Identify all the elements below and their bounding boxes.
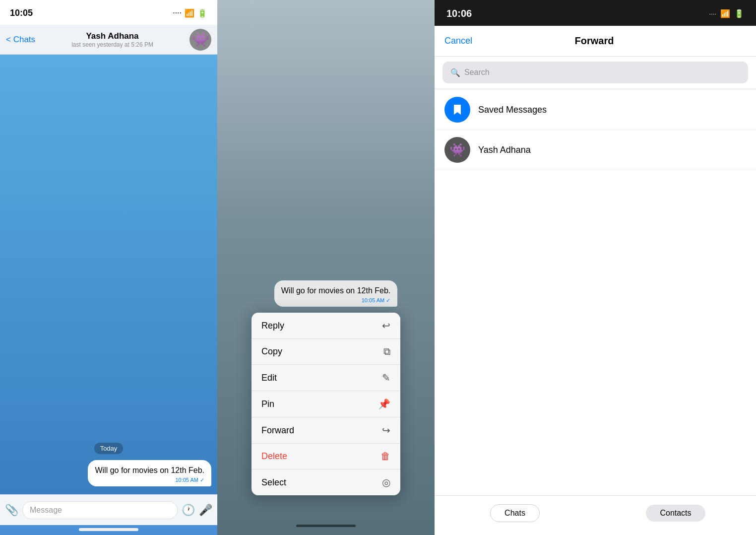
status-icons: ···· 📶 🔋 [173, 8, 207, 18]
tab-contacts[interactable]: Contacts [595, 503, 756, 523]
voice-icon[interactable]: 🎤 [199, 504, 212, 517]
avatar-image: 👾 [192, 31, 209, 48]
back-button[interactable]: < Chats [6, 35, 35, 45]
preview-meta: 10:05 AM ✓ [281, 297, 391, 304]
wifi-icon: 📶 [185, 8, 194, 18]
reply-icon: ↩ [382, 320, 390, 332]
preview-time: 10:05 AM [362, 297, 384, 303]
context-edit[interactable]: Edit ✎ [252, 365, 400, 391]
message-meta: 10:05 AM ✓ [95, 477, 204, 483]
chat-area: Today Will go for movies on 12th Feb. 10… [0, 55, 217, 494]
message-input[interactable]: Message [22, 501, 178, 519]
message-preview: Will go for movies on 12th Feb. 10:05 AM… [274, 280, 398, 307]
context-select[interactable]: Select ◎ [252, 469, 400, 495]
forward-signal-icon: ···· [709, 10, 716, 17]
search-placeholder: Search [464, 68, 490, 77]
context-reply[interactable]: Reply ↩ [252, 313, 400, 339]
pin-label: Pin [261, 399, 274, 409]
home-indicator [79, 528, 138, 531]
saved-messages-name: Saved Messages [478, 105, 547, 115]
select-label: Select [261, 477, 286, 488]
signal-icon: ···· [173, 8, 182, 17]
forward-status-icons: ···· 📶 🔋 [709, 9, 744, 18]
context-overlay: Will go for movies on 12th Feb. 10:05 AM… [217, 0, 435, 535]
yash-adhana-name: Yash Adhana [478, 145, 531, 155]
delete-label: Delete [261, 451, 287, 462]
delete-icon: 🗑 [380, 451, 390, 462]
forward-icon: ↪ [382, 424, 390, 436]
forward-label: Forward [261, 425, 294, 436]
forward-status-time: 10:06 [446, 8, 472, 19]
yash-adhana-item[interactable]: 👾 Yash Adhana [435, 130, 756, 170]
forward-status-bar: 10:06 ···· 📶 🔋 [435, 0, 756, 26]
context-delete[interactable]: Delete 🗑 [252, 444, 400, 469]
pin-icon: 📌 [378, 398, 390, 410]
forward-panel: 10:06 ···· 📶 🔋 Cancel Forward 🔍 Search S… [435, 0, 756, 535]
input-bar: 📎 Message 🕐 🎤 [0, 494, 217, 525]
forward-contacts-list: Saved Messages 👾 Yash Adhana [435, 90, 756, 495]
cancel-button[interactable]: Cancel [444, 36, 472, 46]
status-bar: 10:05 ···· 📶 🔋 [0, 0, 217, 25]
attachment-icon[interactable]: 📎 [5, 504, 18, 517]
forward-search-bar: 🔍 Search [435, 57, 756, 89]
preview-checkmark: ✓ [386, 297, 390, 303]
date-badge: Today [94, 443, 124, 454]
search-icon: 🔍 [450, 68, 460, 77]
contact-status: last seen yesterday at 5:26 PM [35, 41, 189, 48]
message-bubble[interactable]: Will go for movies on 12th Feb. 10:05 AM… [88, 460, 211, 486]
status-time: 10:05 [10, 8, 33, 18]
sticker-icon[interactable]: 🕐 [182, 504, 195, 517]
contact-info: Yash Adhana last seen yesterday at 5:26 … [35, 31, 189, 48]
saved-messages-avatar [444, 97, 470, 123]
chat-panel: 10:05 ···· 📶 🔋 < Chats Yash Adhana last … [0, 0, 217, 535]
message-placeholder: Message [30, 506, 62, 514]
chat-nav-bar: < Chats Yash Adhana last seen yesterday … [0, 25, 217, 55]
tab-chats[interactable]: Chats [435, 503, 595, 523]
home-indicator-2 [296, 525, 356, 527]
edit-label: Edit [261, 373, 277, 383]
preview-text: Will go for movies on 12th Feb. [281, 285, 391, 296]
contacts-tab-button[interactable]: Contacts [646, 505, 705, 522]
search-field[interactable]: 🔍 Search [442, 62, 748, 83]
forward-wifi-icon: 📶 [720, 9, 730, 18]
bookmark-icon [450, 103, 464, 117]
context-forward[interactable]: Forward ↪ [252, 417, 400, 444]
message-time: 10:05 AM [175, 477, 198, 483]
edit-icon: ✎ [382, 372, 390, 384]
select-icon: ◎ [382, 476, 390, 488]
copy-icon: ⧉ [383, 346, 390, 357]
context-panel: Will go for movies on 12th Feb. 10:05 AM… [217, 0, 435, 535]
copy-label: Copy [261, 346, 282, 357]
yash-avatar-emoji: 👾 [449, 142, 465, 158]
message-checkmark: ✓ [200, 477, 204, 483]
chats-tab-button[interactable]: Chats [490, 504, 540, 522]
context-copy[interactable]: Copy ⧉ [252, 339, 400, 365]
message-text: Will go for movies on 12th Feb. [95, 465, 204, 476]
battery-icon: 🔋 [197, 8, 207, 18]
forward-title: Forward [575, 35, 614, 47]
forward-tab-bar: Chats Contacts [435, 495, 756, 535]
yash-adhana-avatar: 👾 [444, 137, 470, 163]
context-pin[interactable]: Pin 📌 [252, 391, 400, 417]
context-menu: Reply ↩ Copy ⧉ Edit ✎ Pin 📌 Forward ↪ De… [252, 313, 400, 495]
saved-messages-item[interactable]: Saved Messages [435, 90, 756, 130]
forward-nav-bar: Cancel Forward [435, 26, 756, 57]
avatar[interactable]: 👾 [189, 29, 211, 51]
reply-label: Reply [261, 321, 284, 331]
forward-battery-icon: 🔋 [734, 9, 744, 18]
contact-name: Yash Adhana [35, 31, 189, 41]
